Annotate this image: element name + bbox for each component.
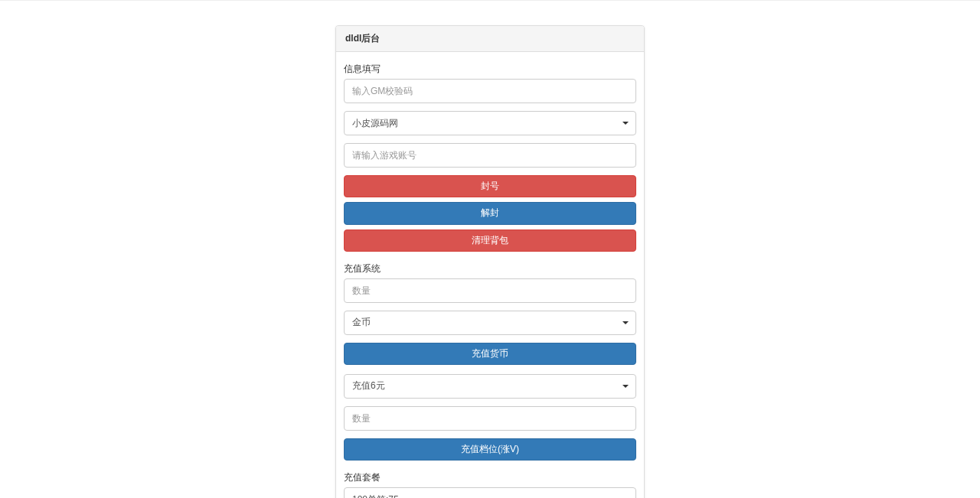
recharge-currency-button[interactable]: 充值货币 bbox=[344, 343, 636, 365]
panel-title: dldl后台 bbox=[336, 26, 644, 52]
panel-body: 信息填写 小皮源码网 封号 解封 清理背包 充值系统 金币 充值货币 bbox=[336, 52, 644, 498]
ban-button[interactable]: 封号 bbox=[344, 175, 636, 197]
recharge-tier-button[interactable]: 充值档位(涨V) bbox=[344, 438, 636, 461]
tier-select[interactable]: 充值6元 bbox=[344, 374, 636, 399]
package-label: 充值套餐 bbox=[344, 471, 636, 484]
package-select[interactable]: 100单笔:75 bbox=[344, 487, 636, 498]
clear-bag-button[interactable]: 清理背包 bbox=[344, 229, 636, 252]
recharge-label: 充值系统 bbox=[344, 262, 636, 275]
package-select-wrap: 100单笔:75 bbox=[344, 487, 636, 498]
main-panel: dldl后台 信息填写 小皮源码网 封号 解封 清理背包 充值系统 金币 bbox=[335, 25, 645, 498]
tier-quantity-input[interactable] bbox=[344, 406, 636, 431]
tier-select-wrap: 充值6元 bbox=[344, 374, 636, 399]
unban-button[interactable]: 解封 bbox=[344, 202, 636, 224]
server-select-wrap: 小皮源码网 bbox=[344, 111, 636, 135]
section-package: 充值套餐 100单笔:75 充值套餐(自定义) bbox=[344, 471, 636, 498]
info-label: 信息填写 bbox=[344, 63, 636, 76]
section-recharge: 充值系统 金币 充值货币 充值6元 充值档位(涨V) bbox=[344, 262, 636, 461]
section-info: 信息填写 小皮源码网 封号 解封 清理背包 bbox=[344, 63, 636, 252]
recharge-quantity-input[interactable] bbox=[344, 278, 636, 303]
currency-select-wrap: 金币 bbox=[344, 311, 636, 335]
gm-code-input[interactable] bbox=[344, 79, 636, 103]
currency-select[interactable]: 金币 bbox=[344, 311, 636, 335]
server-select[interactable]: 小皮源码网 bbox=[344, 111, 636, 135]
account-input[interactable] bbox=[344, 143, 636, 168]
